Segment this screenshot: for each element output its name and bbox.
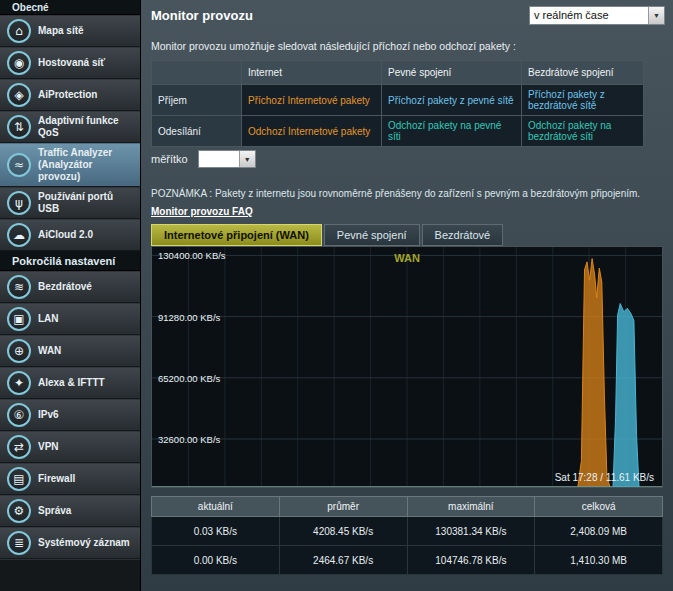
table-row: Příjem Příchozí Internetové pakety Přích… <box>152 85 644 116</box>
chart-title: WAN <box>394 252 420 264</box>
gear-icon: ⚙ <box>7 499 31 523</box>
lan-icon: ▣ <box>7 307 31 331</box>
faq-link[interactable]: Monitor provozu FAQ <box>151 206 253 217</box>
alexa-ifttt-icon: ✦ <box>7 371 31 395</box>
receive-wireless-cell: Příchozí pakety z bezdrátové sítě <box>522 85 644 116</box>
sidebar-item-label: IPv6 <box>38 409 59 421</box>
sidebar-item-firewall[interactable]: ▤ Firewall <box>0 463 140 495</box>
sidebar-item-label: Traffic Analyzer (Analyzátor provozu) <box>38 147 136 183</box>
sidebar-item-label: AiCloud 2.0 <box>38 229 93 241</box>
stats-header-row: aktuální průměr maximální celková <box>152 497 663 517</box>
sidebar-item-label: Mapa sítě <box>38 25 84 37</box>
send-wired-cell: Odchozí pakety na pevné síti <box>382 116 522 147</box>
sidebar-item-aicloud[interactable]: ☁ AiCloud 2.0 <box>0 219 140 251</box>
chart-status-text: Sat 17:28 / 11.61 KB/s <box>555 472 654 483</box>
traffic-analyzer-icon: ≈ <box>7 153 31 177</box>
sidebar-item-label: Adaptivní funkce QoS <box>38 115 136 139</box>
stats-header-current: aktuální <box>152 497 280 517</box>
mode-select-value: v reálném čase <box>530 7 648 24</box>
upload-average: 2464.67 KB/s <box>279 546 407 575</box>
sidebar-item-label: Bezdrátové <box>38 281 92 293</box>
vpn-icon: ⇄ <box>7 435 31 459</box>
table-header-row: Internet Pevné spojení Bezdrátové spojen… <box>152 61 644 85</box>
col-header-internet: Internet <box>242 61 382 85</box>
tab-wireless[interactable]: Bezdrátové <box>422 224 504 246</box>
sidebar-item-lan[interactable]: ▣ LAN <box>0 303 140 335</box>
sidebar-item-label: Hostovaná síť <box>38 57 105 69</box>
row-label-send: Odesílání <box>152 116 242 147</box>
download-current: 0.03 KB/s <box>152 517 280 546</box>
send-internet-cell: Odchozí Internetové pakety <box>242 116 382 147</box>
scale-label: měřítko <box>151 153 188 165</box>
y-axis-tick: 65200.00 KB/s <box>158 373 220 384</box>
sidebar-item-label: Firewall <box>38 473 75 485</box>
qos-icon: ⇅ <box>7 115 31 139</box>
network-map-icon: ⌂ <box>7 19 31 43</box>
sidebar-item-label: Systémový záznam <box>38 537 130 549</box>
sidebar-item-wireless[interactable]: ≋ Bezdrátové <box>0 271 140 303</box>
sidebar-item-vpn[interactable]: ⇄ VPN <box>0 431 140 463</box>
upload-maximum: 104746.78 KB/s <box>407 546 535 575</box>
sidebar-item-wan[interactable]: ⊕ WAN <box>0 335 140 367</box>
traffic-chart-canvas <box>152 247 662 487</box>
sidebar-item-label: LAN <box>38 313 59 325</box>
download-average: 4208.45 KB/s <box>279 517 407 546</box>
sidebar-item-system-log[interactable]: ≣ Systémový záznam <box>0 527 140 559</box>
aiprotection-icon: ◈ <box>7 83 31 107</box>
ipv6-icon: ⑥ <box>7 403 31 427</box>
scale-row: měřítko ▼ <box>151 150 256 168</box>
receive-wired-cell: Příchozí pakety z pevné sítě <box>382 85 522 116</box>
receive-internet-cell: Příchozí Internetové pakety <box>242 85 382 116</box>
sidebar-item-alexa-ifttt[interactable]: ✦ Alexa & IFTTT <box>0 367 140 399</box>
wan-icon: ⊕ <box>7 339 31 363</box>
sidebar-cutoff-item <box>0 559 140 591</box>
sidebar-item-adaptive-qos[interactable]: ⇅ Adaptivní funkce QoS <box>0 111 140 143</box>
sidebar-item-network-map[interactable]: ⌂ Mapa sítě <box>0 15 140 47</box>
stats-header-average: průměr <box>279 497 407 517</box>
packet-type-table: Internet Pevné spojení Bezdrátové spojen… <box>151 60 644 147</box>
sidebar-item-administration[interactable]: ⚙ Správa <box>0 495 140 527</box>
y-axis-tick: 91280.00 KB/s <box>158 312 220 323</box>
firewall-icon: ▤ <box>7 467 31 491</box>
system-log-icon: ≣ <box>7 531 31 555</box>
sidebar-item-usb-application[interactable]: ψ Používání portů USB <box>0 187 140 219</box>
mode-select[interactable]: v reálném čase ▼ <box>529 6 665 25</box>
y-axis-tick: 130400.00 KB/s <box>158 250 226 261</box>
download-maximum: 130381.34 KB/s <box>407 517 535 546</box>
router-admin-page: Obecné ⌂ Mapa sítě ◉ Hostovaná síť ◈ AiP… <box>0 0 673 591</box>
sidebar-item-label: Používání portů USB <box>38 191 136 215</box>
stats-header-total: celková <box>535 497 663 517</box>
send-wireless-cell: Odchozí pakety na bezdrátové síti <box>522 116 644 147</box>
sidebar-item-traffic-analyzer[interactable]: ≈ Traffic Analyzer (Analyzátor provozu) <box>0 143 140 187</box>
col-header-wired: Pevné spojení <box>382 61 522 85</box>
sidebar-item-guest-network[interactable]: ◉ Hostovaná síť <box>0 47 140 79</box>
chart-tabs: Internetové připojení (WAN) Pevné spojen… <box>151 224 503 246</box>
chevron-down-icon[interactable]: ▼ <box>648 7 664 24</box>
wireless-icon: ≋ <box>7 275 31 299</box>
table-row: Odesílání Odchozí Internetové pakety Odc… <box>152 116 644 147</box>
row-label-receive: Příjem <box>152 85 242 116</box>
sidebar-item-label: Správa <box>38 505 71 517</box>
aicloud-icon: ☁ <box>7 223 31 247</box>
sidebar-section-advanced: Pokročilá nastavení <box>0 251 140 271</box>
sidebar-item-aiprotection[interactable]: ◈ AiProtection <box>0 79 140 111</box>
col-header-wireless: Bezdrátové spojení <box>522 61 644 85</box>
sidebar-item-label: AiProtection <box>38 89 97 101</box>
tab-internet-wan[interactable]: Internetové připojení (WAN) <box>151 224 322 246</box>
upload-total: 1,410.30 MB <box>535 546 663 575</box>
sidebar-item-ipv6[interactable]: ⑥ IPv6 <box>0 399 140 431</box>
scale-select[interactable]: ▼ <box>198 150 256 168</box>
stats-row-upload: 0.00 KB/s 2464.67 KB/s 104746.78 KB/s 1,… <box>152 546 663 575</box>
chevron-down-icon[interactable]: ▼ <box>239 151 255 167</box>
upload-current: 0.00 KB/s <box>152 546 280 575</box>
stats-row-download: 0.03 KB/s 4208.45 KB/s 130381.34 KB/s 2,… <box>152 517 663 546</box>
usb-icon: ψ <box>7 191 31 215</box>
note-text: POZNÁMKA : Pakety z internetu jsou rovno… <box>151 188 661 199</box>
sidebar: Obecné ⌂ Mapa sítě ◉ Hostovaná síť ◈ AiP… <box>0 0 141 591</box>
tab-wired[interactable]: Pevné spojení <box>324 224 420 246</box>
stats-header-maximum: maximální <box>407 497 535 517</box>
scale-select-value <box>199 151 239 167</box>
page-title: Monitor provozu <box>151 8 253 23</box>
sidebar-item-label: Alexa & IFTTT <box>38 377 105 389</box>
stats-table: aktuální průměr maximální celková 0.03 K… <box>151 496 663 575</box>
